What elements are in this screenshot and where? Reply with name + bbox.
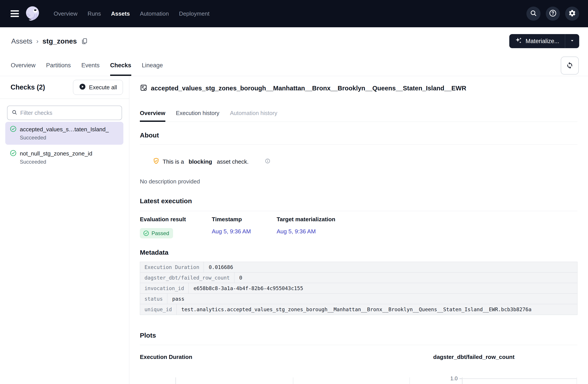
execute-all-button[interactable]: Execute all bbox=[73, 80, 123, 95]
detail-tab-execution-history-label: Execution history bbox=[176, 110, 219, 117]
check-list-item-not-null[interactable]: not_null_stg_zones_zone_id Succeeded bbox=[5, 146, 123, 169]
target-materialization-link[interactable]: Aug 5, 9:36 AM bbox=[277, 228, 316, 235]
breadcrumb-chevron-icon: › bbox=[36, 37, 39, 45]
nav-item-assets[interactable]: Assets bbox=[111, 10, 130, 17]
metadata-key: status bbox=[140, 294, 167, 304]
gridline bbox=[462, 378, 577, 379]
search-icon bbox=[530, 9, 537, 18]
top-navigation-bar: Overview Runs Assets Automation Deployme… bbox=[0, 0, 588, 27]
settings-button[interactable] bbox=[565, 7, 579, 21]
detail-tab-overview-label: Overview bbox=[140, 110, 165, 117]
tab-partitions-label: Partitions bbox=[46, 62, 71, 69]
check-list-item-accepted-values[interactable]: accepted_values_s…taten_Island_ Succeede… bbox=[5, 122, 123, 145]
charts-gap bbox=[410, 354, 433, 384]
detail-tab-execution-history[interactable]: Execution history bbox=[176, 106, 219, 122]
tab-events-label: Events bbox=[81, 62, 100, 69]
metadata-key: dagster_dbt/failed_row_count bbox=[140, 273, 234, 283]
metadata-value: e658b8c8-3a1a-4b4f-82b6-4c955043c155 bbox=[189, 283, 308, 293]
tab-overview-label: Overview bbox=[11, 62, 36, 69]
shield-check-icon bbox=[140, 151, 160, 173]
chevron-down-icon bbox=[569, 38, 575, 44]
tab-lineage-label: Lineage bbox=[142, 62, 163, 69]
plots-row: Execution Duration 0.0174 dagster_dbt/fa… bbox=[140, 354, 577, 384]
execute-all-label: Execute all bbox=[89, 84, 117, 91]
help-icon bbox=[549, 9, 557, 18]
chart-plot-area: 1.0 0.6 bbox=[433, 377, 577, 384]
breadcrumb-assets-link[interactable]: Assets bbox=[11, 37, 32, 45]
tab-lineage[interactable]: Lineage bbox=[142, 55, 163, 76]
check-description: No description provided bbox=[140, 178, 577, 185]
metadata-row: Execution Duration 0.016686 bbox=[140, 262, 577, 273]
timestamp-column: Timestamp Aug 5, 9:36 AM bbox=[212, 216, 277, 238]
metadata-row: status pass bbox=[140, 294, 577, 304]
timestamp-header: Timestamp bbox=[212, 216, 277, 223]
help-button[interactable] bbox=[546, 7, 560, 21]
asset-check-icon bbox=[140, 84, 147, 92]
check-title: accepted_values_stg_zones_borough__Manha… bbox=[151, 85, 466, 92]
info-icon[interactable] bbox=[252, 151, 271, 172]
metadata-value: 0 bbox=[234, 273, 247, 283]
breadcrumb-current-asset: stg_zones bbox=[42, 37, 77, 45]
detail-tab-automation-history[interactable]: Automation history bbox=[230, 106, 277, 122]
y-axis-line bbox=[175, 377, 176, 384]
metadata-heading: Metadata bbox=[140, 249, 577, 256]
materialize-split-button: Materialize... bbox=[509, 34, 579, 48]
materialize-dropdown-button[interactable] bbox=[565, 34, 579, 48]
timestamp-link[interactable]: Aug 5, 9:36 AM bbox=[212, 228, 251, 235]
gridline bbox=[409, 377, 410, 384]
gridline bbox=[293, 377, 293, 384]
nav-item-deployment[interactable]: Deployment bbox=[179, 10, 210, 17]
detail-tab-overview[interactable]: Overview bbox=[140, 106, 165, 122]
checks-sidebar-header: Checks (2) Execute all bbox=[0, 76, 129, 99]
tab-events[interactable]: Events bbox=[81, 55, 100, 76]
check-name: accepted_values_s…taten_Island_ bbox=[20, 126, 109, 133]
copy-icon[interactable] bbox=[81, 38, 88, 45]
passed-status-badge: Passed bbox=[140, 228, 173, 238]
check-title-row: accepted_values_stg_zones_borough__Manha… bbox=[140, 84, 577, 92]
materialize-button-label: Materialize... bbox=[525, 38, 559, 45]
failed-row-count-chart: dagster_dbt/failed_row_count 1.0 0.6 bbox=[433, 354, 577, 384]
chart-title: Execution Duration bbox=[140, 354, 410, 361]
chart-title: dagster_dbt/failed_row_count bbox=[433, 354, 577, 361]
target-materialization-column: Target materialization Aug 5, 9:36 AM bbox=[277, 216, 335, 238]
materialize-button[interactable]: Materialize... bbox=[509, 34, 565, 48]
tab-checks[interactable]: Checks bbox=[110, 55, 131, 76]
plots-heading: Plots bbox=[140, 332, 577, 345]
checks-count-title: Checks (2) bbox=[11, 83, 45, 91]
play-circle-icon bbox=[79, 83, 86, 92]
checks-sidebar: Checks (2) Execute all accepted_valu bbox=[0, 76, 129, 384]
y-axis-tick-label: 1.0 bbox=[433, 375, 458, 382]
breadcrumb-row: Assets › stg_zones Materialize... bbox=[0, 27, 588, 55]
execution-duration-chart: Execution Duration 0.0174 bbox=[140, 354, 410, 384]
nav-item-overview[interactable]: Overview bbox=[54, 10, 77, 17]
metadata-value: 0.016686 bbox=[204, 262, 238, 272]
hamburger-menu-icon[interactable] bbox=[9, 8, 21, 20]
filter-checks-input[interactable] bbox=[20, 109, 118, 116]
refresh-button[interactable] bbox=[561, 57, 579, 75]
check-passed-icon bbox=[10, 125, 17, 133]
passed-badge-label: Passed bbox=[151, 230, 169, 236]
check-status: Succeeded bbox=[20, 135, 119, 141]
nav-item-automation[interactable]: Automation bbox=[140, 10, 169, 17]
search-button[interactable] bbox=[526, 7, 541, 21]
detail-tab-automation-history-label: Automation history bbox=[230, 110, 277, 117]
tab-checks-label: Checks bbox=[110, 62, 131, 69]
refresh-icon bbox=[566, 61, 574, 70]
check-name: not_null_stg_zones_zone_id bbox=[20, 150, 92, 157]
blocking-text-bold: blocking bbox=[189, 158, 212, 165]
gridline bbox=[577, 377, 577, 384]
dagster-logo[interactable] bbox=[24, 5, 42, 23]
blocking-text-suffix: asset check. bbox=[215, 158, 249, 165]
nav-item-runs[interactable]: Runs bbox=[87, 10, 101, 17]
check-circle-icon bbox=[143, 230, 149, 236]
search-icon bbox=[11, 109, 18, 116]
metadata-value: test.analytics.accepted_values_stg_zones… bbox=[177, 304, 536, 315]
metadata-key: invocation_id bbox=[140, 283, 189, 293]
about-heading: About bbox=[140, 131, 577, 145]
metadata-key: Execution Duration bbox=[140, 262, 204, 272]
tab-partitions[interactable]: Partitions bbox=[46, 55, 71, 76]
nav-action-buttons bbox=[526, 7, 579, 21]
tab-overview[interactable]: Overview bbox=[11, 55, 36, 76]
blocking-check-note: This is a blocking asset check. bbox=[140, 151, 577, 173]
metadata-row: invocation_id e658b8c8-3a1a-4b4f-82b6-4c… bbox=[140, 283, 577, 294]
